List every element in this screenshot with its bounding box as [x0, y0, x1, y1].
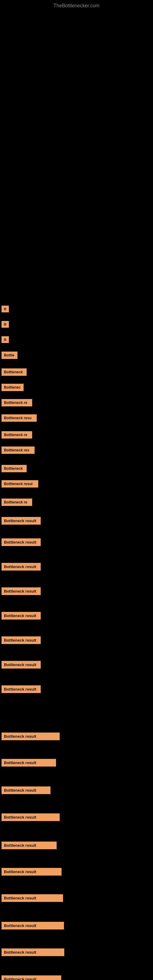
bottleneck-item-29[interactable]: Bottleneck result [2, 922, 64, 929]
bottleneck-item-5[interactable]: Bottleneck [2, 368, 27, 376]
bottleneck-item-24[interactable]: Bottleneck result [2, 786, 51, 794]
bottleneck-item-16[interactable]: Bottleneck result [2, 563, 41, 571]
bottleneck-item-14[interactable]: Bottleneck result [2, 517, 41, 525]
site-title: TheBottlenecker.com [0, 0, 153, 12]
bottleneck-item-28[interactable]: Bottleneck result [2, 894, 63, 902]
bottleneck-item-20[interactable]: Bottleneck result [2, 661, 41, 668]
bottleneck-item-9[interactable]: Bottleneck re [2, 431, 32, 439]
bottleneck-item-22[interactable]: Bottleneck result [2, 733, 60, 740]
bottleneck-item-13[interactable]: Bottleneck re [2, 499, 32, 506]
bottleneck-item-8[interactable]: Bottleneck resu [2, 414, 37, 422]
bottleneck-item-17[interactable]: Bottleneck result [2, 587, 41, 595]
bottleneck-item-12[interactable]: Bottleneck resul [2, 480, 38, 488]
bottleneck-item-7[interactable]: Bottleneck re [2, 399, 32, 406]
bottleneck-item-25[interactable]: Bottleneck result [2, 813, 60, 821]
bottleneck-item-18[interactable]: Bottleneck result [2, 612, 41, 620]
bottleneck-item-1[interactable]: B [2, 305, 9, 312]
bottleneck-item-21[interactable]: Bottleneck result [2, 686, 41, 693]
bottleneck-item-27[interactable]: Bottleneck result [2, 868, 62, 875]
bottleneck-item-31[interactable]: Bottleneck result [2, 975, 61, 980]
bottleneck-item-2[interactable]: B [2, 321, 9, 328]
bottleneck-item-19[interactable]: Bottleneck result [2, 636, 41, 644]
bottleneck-item-6[interactable]: Bottlenec [2, 384, 24, 391]
bottleneck-item-4[interactable]: Bottle [2, 352, 18, 359]
bottleneck-item-11[interactable]: Bottleneck [2, 465, 27, 472]
bottleneck-item-15[interactable]: Bottleneck result [2, 538, 41, 546]
bottleneck-item-10[interactable]: Bottleneck res [2, 447, 35, 454]
content-area: BBBBottleBottleneckBottlenecBottleneck r… [0, 12, 153, 980]
bottleneck-item-30[interactable]: Bottleneck result [2, 948, 64, 956]
bottleneck-item-3[interactable]: B [2, 336, 9, 343]
bottleneck-item-23[interactable]: Bottleneck result [2, 759, 56, 767]
bottleneck-item-26[interactable]: Bottleneck result [2, 842, 57, 849]
